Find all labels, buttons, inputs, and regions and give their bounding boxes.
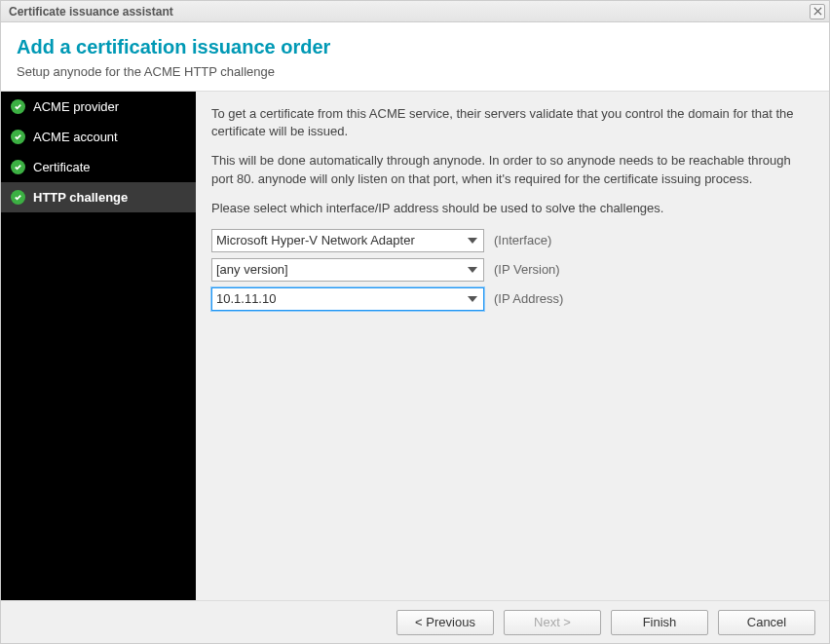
page-subtitle: Setup anynode for the ACME HTTP challeng…: [17, 64, 813, 79]
finish-button[interactable]: Finish: [611, 610, 708, 635]
ipaddress-label: (IP Address): [494, 290, 563, 308]
titlebar: Certificate issuance assistant: [1, 1, 829, 22]
close-icon: [813, 7, 822, 16]
content-paragraph-3: Please select which interface/IP address…: [211, 200, 813, 217]
check-icon: [11, 130, 25, 144]
sidebar-item-label: ACME account: [33, 130, 118, 144]
content-paragraph-1: To get a certificate from this ACME serv…: [211, 105, 813, 140]
sidebar: ACME provider ACME account Certificate H…: [1, 92, 196, 600]
footer: < Previous Next > Finish Cancel: [1, 600, 829, 643]
sidebar-item-acme-account[interactable]: ACME account: [1, 122, 196, 152]
body: ACME provider ACME account Certificate H…: [1, 92, 829, 600]
page-title: Add a certification issuance order: [17, 36, 813, 58]
sidebar-item-http-challenge[interactable]: HTTP challenge: [1, 182, 196, 212]
content-paragraph-2: This will be done automatically through …: [211, 152, 813, 187]
header: Add a certification issuance order Setup…: [1, 22, 829, 92]
window-title: Certificate issuance assistant: [9, 5, 173, 19]
sidebar-item-label: ACME provider: [33, 99, 119, 114]
next-button[interactable]: Next >: [504, 610, 601, 635]
ipversion-row: [any version] (IP Version): [211, 258, 813, 282]
interface-row: Microsoft Hyper-V Network Adapter (Inter…: [211, 229, 813, 252]
sidebar-item-certificate[interactable]: Certificate: [1, 152, 196, 182]
check-icon: [11, 190, 25, 205]
cancel-button[interactable]: Cancel: [718, 610, 815, 635]
ipversion-label: (IP Version): [494, 261, 560, 279]
interface-select[interactable]: Microsoft Hyper-V Network Adapter: [211, 229, 484, 252]
check-icon: [11, 160, 25, 174]
sidebar-item-label: HTTP challenge: [33, 190, 128, 205]
dialog-window: Certificate issuance assistant Add a cer…: [0, 0, 830, 644]
interface-label: (Interface): [494, 232, 551, 249]
sidebar-item-label: Certificate: [33, 160, 91, 174]
check-icon: [11, 99, 25, 114]
ipaddress-select[interactable]: 10.1.11.10: [211, 287, 484, 311]
ipversion-select[interactable]: [any version]: [211, 258, 484, 282]
close-button[interactable]: [810, 4, 825, 19]
content-area: To get a certificate from this ACME serv…: [196, 92, 829, 600]
ipaddress-row: 10.1.11.10 (IP Address): [211, 287, 813, 311]
previous-button[interactable]: < Previous: [396, 610, 494, 635]
sidebar-item-acme-provider[interactable]: ACME provider: [1, 92, 196, 122]
